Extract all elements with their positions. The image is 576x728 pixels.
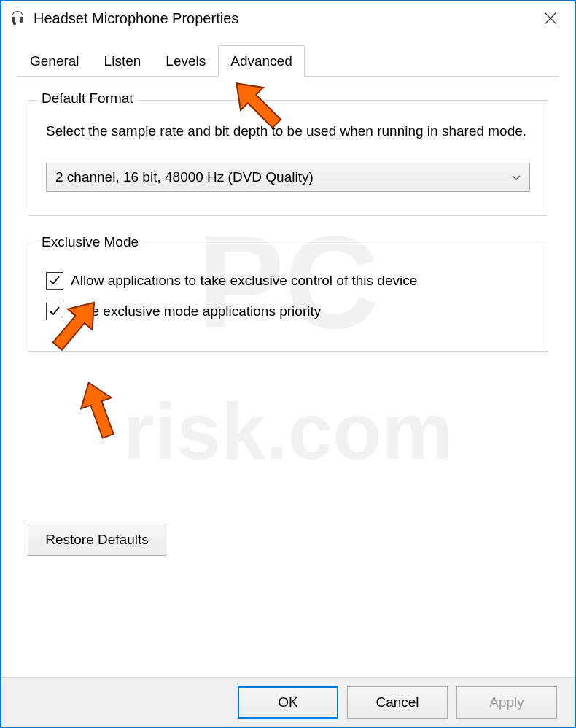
titlebar: Headset Microphone Properties bbox=[1, 1, 575, 35]
group-exclusive-mode: Exclusive Mode Allow applications to tak… bbox=[28, 244, 548, 352]
default-format-description: Select the sample rate and bit depth to … bbox=[46, 121, 530, 142]
cancel-button[interactable]: Cancel bbox=[347, 686, 448, 719]
restore-defaults-button[interactable]: Restore Defaults bbox=[28, 524, 166, 556]
tab-general[interactable]: General bbox=[17, 45, 92, 77]
checkbox-icon bbox=[46, 272, 63, 290]
checkbox-exclusive-control[interactable]: Allow applications to take exclusive con… bbox=[46, 272, 530, 290]
tab-listen[interactable]: Listen bbox=[92, 45, 154, 77]
headset-icon bbox=[9, 9, 26, 27]
tab-advanced[interactable]: Advanced bbox=[218, 45, 305, 77]
close-button[interactable] bbox=[534, 1, 567, 35]
ok-button[interactable]: OK bbox=[238, 686, 338, 719]
tab-bar: General Listen Levels Advanced bbox=[1, 35, 575, 77]
svg-point-0 bbox=[13, 22, 16, 25]
group-default-format: Default Format Select the sample rate an… bbox=[28, 100, 548, 216]
checkbox-exclusive-priority-label: Give exclusive mode applications priorit… bbox=[71, 303, 321, 320]
tab-content: Default Format Select the sample rate an… bbox=[1, 77, 575, 556]
group-exclusive-mode-legend: Exclusive Mode bbox=[37, 234, 143, 250]
tab-levels[interactable]: Levels bbox=[153, 45, 218, 77]
restore-defaults-row: Restore Defaults bbox=[28, 524, 548, 556]
checkbox-icon bbox=[46, 303, 63, 320]
group-default-format-legend: Default Format bbox=[37, 90, 138, 107]
window-title: Headset Microphone Properties bbox=[34, 10, 238, 27]
chevron-down-icon bbox=[512, 171, 521, 183]
default-format-select[interactable]: 2 channel, 16 bit, 48000 Hz (DVD Quality… bbox=[46, 163, 530, 192]
default-format-select-value: 2 channel, 16 bit, 48000 Hz (DVD Quality… bbox=[55, 169, 314, 185]
checkbox-exclusive-priority[interactable]: Give exclusive mode applications priorit… bbox=[46, 303, 530, 320]
apply-button[interactable]: Apply bbox=[456, 686, 557, 719]
checkbox-exclusive-control-label: Allow applications to take exclusive con… bbox=[71, 273, 417, 289]
dialog-footer: OK Cancel Apply bbox=[1, 677, 575, 727]
